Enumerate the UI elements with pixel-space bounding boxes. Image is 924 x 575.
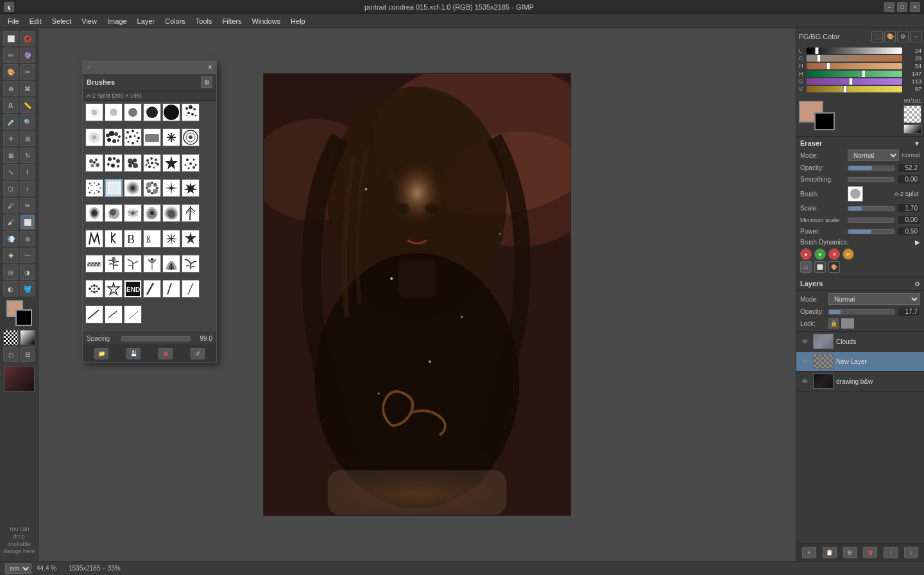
tool-fuzzy-select[interactable]: 🔮 xyxy=(20,47,35,63)
brush-item[interactable] xyxy=(182,179,200,197)
pattern-swatch[interactable] xyxy=(3,330,19,345)
lock-swatch[interactable] xyxy=(841,318,854,329)
layers-down-btn[interactable]: ↓ xyxy=(904,547,918,558)
brush-item[interactable] xyxy=(85,103,103,121)
smoothing-value[interactable]: 0.00 xyxy=(897,175,920,184)
brush-item[interactable] xyxy=(143,154,161,172)
brush-item[interactable] xyxy=(105,305,123,323)
brush-item[interactable] xyxy=(182,230,200,248)
brush-item[interactable] xyxy=(162,280,180,298)
tool-convolve[interactable]: ◎ xyxy=(3,264,19,280)
brush-item[interactable] xyxy=(162,255,180,273)
slider-track-s[interactable] xyxy=(807,78,902,85)
tool-fg-bg[interactable] xyxy=(6,300,32,326)
tool-extra2[interactable]: ⊟ xyxy=(20,347,35,362)
opacity-value[interactable]: 52.2 xyxy=(897,163,920,173)
slider-thumb-l[interactable] xyxy=(815,47,819,54)
brush-item[interactable] xyxy=(105,230,123,248)
layers-opacity-value[interactable]: 17.7 xyxy=(897,307,920,316)
min-scale-slider[interactable] xyxy=(848,218,894,223)
layers-up-btn[interactable]: ↑ xyxy=(884,547,898,558)
dyn-icon-3[interactable]: ✕ xyxy=(828,248,840,260)
menu-help[interactable]: Help xyxy=(286,16,311,26)
layers-duplicate-btn[interactable]: 📋 xyxy=(823,547,837,558)
tool-scale[interactable]: ⤡ xyxy=(3,164,19,180)
minimize-button[interactable]: − xyxy=(884,2,894,12)
brush-item[interactable] xyxy=(85,154,103,172)
tool-heal[interactable]: ✚ xyxy=(3,248,19,263)
menu-colors[interactable]: Colors xyxy=(160,16,191,26)
brush-item[interactable] xyxy=(162,103,180,121)
brush-item[interactable] xyxy=(124,204,142,222)
tool-clone[interactable]: ⊕ xyxy=(20,231,35,246)
brush-item[interactable] xyxy=(85,204,103,222)
brush-item[interactable] xyxy=(105,128,123,146)
brush-item[interactable]: B xyxy=(124,230,142,248)
dyn-icon-6[interactable]: ⬜ xyxy=(814,261,826,273)
opacity-slider[interactable] xyxy=(848,166,894,171)
layers-merge-btn[interactable]: ⊞ xyxy=(843,547,857,558)
tool-move[interactable]: ✛ xyxy=(3,131,19,146)
tool-eraser[interactable]: ⬜ xyxy=(20,214,35,230)
dyn-icon-4[interactable]: ↩ xyxy=(843,248,854,260)
layer-item-drawing[interactable]: 👁 drawing b&w xyxy=(796,372,924,391)
tool-rotate[interactable]: ↻ xyxy=(20,148,35,163)
dyn-icon-7[interactable]: 🎨 xyxy=(828,261,840,273)
tool-ink[interactable]: 🖊 xyxy=(3,198,19,213)
brushes-close-button[interactable]: × xyxy=(208,63,212,72)
tool-ellipse-select[interactable]: ⭕ xyxy=(20,31,35,46)
scale-slider[interactable] xyxy=(848,206,894,211)
brush-item[interactable] xyxy=(182,103,200,121)
brush-item[interactable] xyxy=(162,128,180,146)
brushes-grid[interactable]: B ß xyxy=(83,101,216,332)
dyn-icon-2[interactable]: ● xyxy=(814,248,826,260)
brush-item[interactable] xyxy=(182,255,200,273)
min-scale-value[interactable]: 0.00 xyxy=(897,215,920,225)
brush-item[interactable] xyxy=(143,204,161,222)
brush-item[interactable]: ß xyxy=(143,230,161,248)
brushes-titlebar[interactable]: − × xyxy=(83,61,216,74)
brush-item[interactable] xyxy=(162,204,180,222)
tool-perspective[interactable]: ⬡ xyxy=(3,181,19,196)
tool-scissors[interactable]: ✂ xyxy=(20,64,35,80)
smoothing-slider[interactable] xyxy=(848,177,894,182)
slider-track-c[interactable] xyxy=(807,55,902,62)
layers-opacity-slider[interactable] xyxy=(828,309,894,314)
menu-edit[interactable]: Edit xyxy=(24,16,47,26)
brushes-save-btn[interactable]: 💾 xyxy=(126,348,141,359)
dyn-icon-5[interactable]: □ xyxy=(800,261,812,273)
layer-item-new[interactable]: 👁 New Layer xyxy=(796,352,924,372)
brush-item-selected[interactable] xyxy=(105,179,123,197)
tool-crop[interactable]: ⊠ xyxy=(3,148,19,163)
menu-view[interactable]: View xyxy=(76,16,102,26)
fgbg-icon-1[interactable]: ⬛ xyxy=(871,31,883,42)
tool-text[interactable]: A xyxy=(3,98,19,113)
maximize-button[interactable]: □ xyxy=(897,2,907,12)
layers-config-btn[interactable]: ⚙ xyxy=(914,280,920,288)
brush-item[interactable] xyxy=(143,255,161,273)
tool-picker[interactable]: 💉 xyxy=(3,114,19,130)
layer-item-clouds[interactable]: 👁 Clouds xyxy=(796,332,924,352)
canvas-area[interactable]: − × Brushes ⚙ A-2 Splat (200 × 195) xyxy=(38,28,796,561)
slider-track-h1[interactable] xyxy=(807,63,902,69)
tool-airbrush[interactable]: 💨 xyxy=(3,231,19,246)
tool-free-select[interactable]: ✏ xyxy=(3,47,19,63)
tool-flip[interactable]: ↕ xyxy=(20,181,35,196)
slider-thumb-v[interactable] xyxy=(843,86,847,92)
brush-item[interactable] xyxy=(85,128,103,146)
brush-item[interactable] xyxy=(105,204,123,222)
mode-dropdown[interactable]: Normal Erase xyxy=(848,150,899,161)
menu-file[interactable]: File xyxy=(3,16,24,26)
slider-track-h2[interactable] xyxy=(807,71,902,77)
tool-desaturate[interactable]: ◐ xyxy=(3,281,19,296)
brush-item[interactable] xyxy=(124,305,142,323)
brush-item[interactable] xyxy=(143,280,161,298)
tool-pencil[interactable]: ✏ xyxy=(20,198,35,213)
menu-tools[interactable]: Tools xyxy=(191,16,218,26)
dynamics-expand-btn[interactable]: ▶ xyxy=(915,239,920,246)
brush-item[interactable] xyxy=(124,255,142,273)
brush-item[interactable] xyxy=(162,230,180,248)
brush-item[interactable] xyxy=(143,179,161,197)
brushes-config-btn[interactable]: ⚙ xyxy=(201,76,212,88)
brush-item[interactable] xyxy=(162,154,180,172)
